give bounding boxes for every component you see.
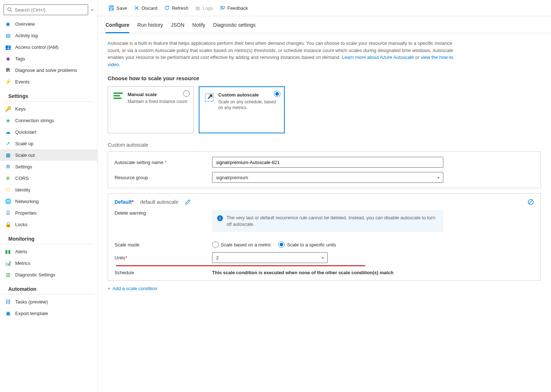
sidebar-item-properties[interactable]: ☰Properties (0, 207, 97, 219)
choose-title: Choose how to scale your resource (108, 75, 541, 81)
sidebar-item-export-template[interactable]: ▣Export template (0, 307, 97, 319)
units-label: Units* (115, 255, 212, 260)
sidebar-item-metrics[interactable]: 📊Metrics (0, 257, 97, 269)
discard-icon (134, 5, 139, 11)
svg-rect-8 (113, 92, 123, 94)
nav-label: Locks (15, 222, 27, 227)
bolt-icon: ⚡ (5, 79, 11, 85)
nav-label: Access control (IAM) (15, 44, 59, 50)
remove-condition-button[interactable] (528, 199, 534, 205)
sidebar-item-connection[interactable]: ◈Connection strings (0, 115, 97, 126)
tb-label: Feedback (227, 5, 248, 11)
svg-rect-4 (110, 8, 113, 10)
lock-icon: 🔒 (5, 221, 11, 227)
tb-label: Save (116, 5, 127, 11)
sidebar-item-tasks[interactable]: ⛓Tasks (preview) (0, 296, 97, 307)
sidebar-item-settings[interactable]: ⚙Settings (0, 161, 97, 172)
identity-icon: 🛡 (5, 187, 11, 193)
tab-configure[interactable]: Configure (106, 20, 129, 33)
plus-icon: + (108, 286, 111, 291)
feedback-button[interactable]: Feedback (216, 4, 251, 12)
schedule-label: Schedule (115, 270, 212, 275)
units-value: 2 (216, 255, 219, 260)
sidebar-item-networking[interactable]: 🌐Networking (0, 195, 97, 207)
logs-icon: ▤ (195, 5, 201, 11)
svg-rect-9 (113, 95, 120, 96)
nav-label: Scale up (15, 141, 34, 146)
condition-card: Default* default autoscale Delete warnin… (108, 193, 541, 281)
scale-icon: ▦ (5, 152, 11, 158)
setting-name-label: Autoscale setting name * (115, 160, 212, 165)
custom-section-title: Custom autoscale (108, 142, 541, 148)
nav-label: Export template (15, 311, 48, 316)
radio-scale-metric[interactable]: Scale based on a metric (212, 241, 271, 248)
sidebar-item-overview[interactable]: ◉ Overview (0, 18, 97, 30)
condition-name: default autoscale (140, 199, 178, 205)
tab-json[interactable]: JSON (171, 20, 184, 33)
tab-run-history[interactable]: Run history (137, 20, 163, 33)
sidebar-item-alerts[interactable]: ▮▮Alerts (0, 246, 97, 257)
people-icon: 👥 (5, 44, 11, 50)
rg-label: Resource group (115, 175, 212, 180)
sidebar-item-iam[interactable]: 👥 Access control (IAM) (0, 41, 97, 53)
add-label: Add a scale condition (113, 286, 158, 291)
sidebar-item-events[interactable]: ⚡ Events (0, 76, 97, 87)
diag-icon: ▥ (5, 272, 11, 277)
sidebar-item-locks[interactable]: 🔒Locks (0, 219, 97, 230)
delete-warning-info: i The very last or default recurrence ru… (212, 210, 443, 232)
sidebar-item-keys[interactable]: 🔑Keys (0, 103, 97, 115)
highlight-underline (116, 265, 365, 266)
sidebar-item-diagnostic-settings[interactable]: ▥Diagnostic Settings (0, 269, 97, 280)
intro-link-learn[interactable]: Learn more about Azure Autoscale (342, 55, 414, 60)
metrics-icon: 📊 (5, 260, 11, 266)
feedback-icon (219, 5, 225, 11)
edit-condition-button[interactable] (185, 199, 191, 205)
save-button[interactable]: Save (106, 4, 130, 12)
sidebar-item-scaleout[interactable]: ▦Scale out (0, 149, 97, 161)
save-icon (108, 5, 114, 11)
toolbar: Save Discard Refresh ▤ Logs Feedback (98, 0, 551, 16)
nav-label: Diagnostic Settings (15, 272, 55, 277)
add-scale-condition-button[interactable]: + Add a scale condition (108, 286, 541, 291)
discard-button[interactable]: Discard (131, 4, 160, 12)
custom-title: Custom autoscale (218, 92, 279, 98)
export-icon: ▣ (5, 310, 11, 316)
radio-label: Scale based on a metric (221, 242, 271, 247)
nav-label: Identity (15, 187, 30, 193)
info-text: The very last or default recurrence rule… (227, 215, 438, 228)
nav-label: Scale out (15, 152, 35, 158)
sidebar-item-diagnose[interactable]: 🛠 Diagnose and solve problems (0, 64, 97, 76)
intro-text: Autoscale is a built-in feature that hel… (108, 40, 462, 68)
setting-name-input[interactable] (212, 157, 443, 168)
sidebar-item-activity-log[interactable]: ▤ Activity log (0, 30, 97, 41)
collapse-sidebar-icon[interactable]: « (91, 7, 94, 12)
log-icon: ▤ (5, 33, 11, 38)
tab-diagnostic-settings[interactable]: Diagnostic settings (213, 20, 256, 33)
search-icon (7, 7, 13, 13)
tb-label: Discard (142, 5, 158, 11)
nav-label: Diagnose and solve problems (15, 68, 77, 73)
nav-label: Networking (15, 199, 39, 204)
radio-scale-specific[interactable]: Scale to a specific units (278, 241, 336, 248)
choice-manual-scale[interactable]: Manual scale Maintain a fixed instance c… (108, 86, 194, 133)
manual-desc: Maintain a fixed instance count (128, 99, 187, 104)
section-monitoring: Monitoring (4, 232, 94, 244)
radio-icon (278, 241, 285, 248)
key-icon: 🔑 (5, 106, 11, 112)
sidebar-item-identity[interactable]: 🛡Identity (0, 184, 97, 195)
manual-scale-icon (113, 92, 123, 103)
choice-custom-autoscale[interactable]: Custom autoscale Scale on any schedule, … (199, 86, 285, 133)
sidebar-item-tags[interactable]: ◆ Tags (0, 53, 97, 64)
section-automation: Automation (4, 282, 94, 294)
delete-warning-label: Delete warning (115, 210, 212, 216)
rg-select[interactable]: signalrpremium ▾ (212, 172, 443, 183)
chevron-down-icon: ▾ (322, 256, 324, 260)
svg-rect-3 (110, 6, 112, 7)
sidebar-item-quickstart[interactable]: ☁Quickstart (0, 126, 97, 138)
sidebar-item-cors[interactable]: ⊗CORS (0, 172, 97, 184)
search-input[interactable] (4, 4, 88, 15)
units-select[interactable]: 2 ▾ (212, 252, 328, 263)
tab-notify[interactable]: Notify (192, 20, 205, 33)
refresh-button[interactable]: Refresh (161, 4, 191, 12)
sidebar-item-scaleup[interactable]: ↗Scale up (0, 138, 97, 149)
